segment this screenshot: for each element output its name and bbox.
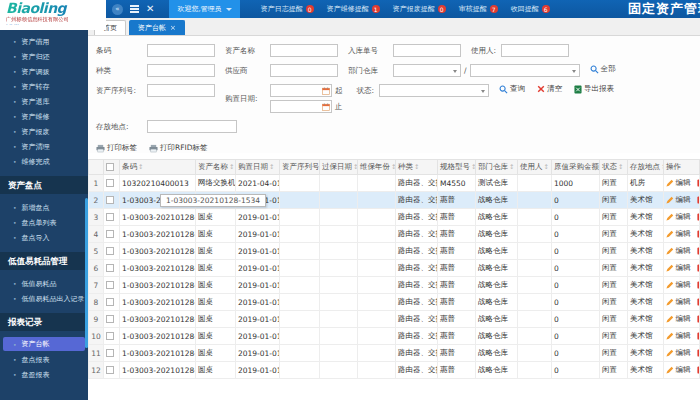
edit-button[interactable]: 编辑 xyxy=(666,263,691,273)
sidebar-item[interactable]: •低值易耗品出入记录 xyxy=(0,291,88,306)
edit-button[interactable]: 编辑 xyxy=(666,331,691,341)
delete-button[interactable]: 删除 xyxy=(697,314,700,324)
close-icon[interactable]: ✕ xyxy=(146,4,154,14)
inbound-no-input[interactable] xyxy=(393,44,461,57)
delete-button[interactable]: 删除 xyxy=(697,348,700,358)
column-header[interactable]: 购置日期↕ xyxy=(236,160,280,175)
column-header[interactable]: 种类↕ xyxy=(396,160,438,175)
table-row[interactable]: 110320210400013网络交换机2021-04-01路由器、交换机M45… xyxy=(89,175,700,192)
edit-button[interactable]: 编辑 xyxy=(666,229,691,239)
row-checkbox[interactable] xyxy=(106,366,114,374)
delete-button[interactable]: 删除 xyxy=(697,229,700,239)
notification-item[interactable]: 收回提醒6 xyxy=(511,4,550,14)
sidebar-item[interactable]: •资产维修 xyxy=(0,109,88,124)
collapse-sidebar-icon[interactable]: « xyxy=(112,4,123,15)
edit-button[interactable]: 编辑 xyxy=(666,314,691,324)
sidebar-item[interactable]: •维修完成 xyxy=(0,154,88,169)
tab-asset-ledger[interactable]: 资产台帐× xyxy=(129,20,185,35)
column-header[interactable]: 使用人↕ xyxy=(518,160,552,175)
sort-icon[interactable]: ↕ xyxy=(353,163,358,171)
sidebar-section-header[interactable]: 资产盘点 xyxy=(0,176,88,194)
table-row[interactable]: 101-03003-20210128-15圆桌2019-01-01路由器、交换机… xyxy=(89,328,700,345)
row-checkbox[interactable] xyxy=(106,247,114,255)
sort-icon[interactable]: ↕ xyxy=(471,163,476,171)
row-checkbox[interactable] xyxy=(106,264,114,272)
column-header[interactable]: 原值采购金额↕ xyxy=(552,160,600,175)
row-checkbox[interactable] xyxy=(106,315,114,323)
table-row[interactable]: 121-03003-20210128-15圆桌2019-01-01路由器、交换机… xyxy=(89,362,700,379)
sort-icon[interactable]: ↕ xyxy=(269,163,274,171)
table-row[interactable]: 111-03003-20210128-15圆桌2019-01-01路由器、交换机… xyxy=(89,345,700,362)
sidebar-section-header[interactable]: 低值易耗品管理 xyxy=(0,252,88,270)
asset-name-input[interactable] xyxy=(270,44,338,57)
delete-button[interactable]: 删除 xyxy=(697,195,700,205)
edit-button[interactable]: 编辑 xyxy=(666,178,691,188)
location-input[interactable] xyxy=(147,120,237,133)
sort-icon[interactable]: ↕ xyxy=(229,163,234,171)
column-header[interactable]: 部门仓库↕ xyxy=(476,160,518,175)
row-checkbox[interactable] xyxy=(106,213,114,221)
delete-button[interactable]: 删除 xyxy=(697,331,700,341)
category-input[interactable] xyxy=(147,64,215,77)
sidebar-item[interactable]: •盘盈报表 xyxy=(0,367,88,382)
sidebar-item[interactable]: •资产报废 xyxy=(0,124,88,139)
delete-button[interactable]: 删除 xyxy=(697,365,700,375)
sidebar-item[interactable]: •盘点单列表 xyxy=(0,215,88,230)
date-to-input[interactable] xyxy=(270,100,332,113)
row-checkbox[interactable] xyxy=(106,196,114,204)
sort-icon[interactable]: ↕ xyxy=(391,163,396,171)
search-all-button[interactable]: 全部 xyxy=(590,64,616,74)
close-icon[interactable]: × xyxy=(170,25,176,32)
edit-button[interactable]: 编辑 xyxy=(666,365,691,375)
edit-button[interactable]: 编辑 xyxy=(666,246,691,256)
barcode-input[interactable] xyxy=(147,44,215,57)
sort-icon[interactable]: ↕ xyxy=(618,163,623,171)
notification-item[interactable]: 审核提醒7 xyxy=(459,4,498,14)
sidebar-item[interactable]: •资产转存 xyxy=(0,79,88,94)
delete-button[interactable]: 删除 xyxy=(697,246,700,256)
sidebar-item[interactable]: •资产清理 xyxy=(0,139,88,154)
row-checkbox[interactable] xyxy=(106,179,114,187)
column-header[interactable]: 规格型号↕ xyxy=(438,160,476,175)
sidebar-item[interactable]: •盘点报表 xyxy=(0,352,88,367)
sidebar-item[interactable]: •资产台帐 xyxy=(3,337,85,351)
sidebar-scrollbar[interactable] xyxy=(85,198,88,348)
delete-button[interactable]: 删除 xyxy=(697,263,700,273)
date-from-input[interactable] xyxy=(270,84,332,97)
row-checkbox[interactable] xyxy=(106,281,114,289)
sidebar-item[interactable]: •资产退库 xyxy=(0,94,88,109)
delete-button[interactable]: 删除 xyxy=(697,280,700,290)
column-header[interactable]: 操作 xyxy=(664,160,700,175)
delete-button[interactable]: 删除 xyxy=(697,212,700,222)
sidebar-item[interactable]: •资产借用 xyxy=(0,34,88,49)
sort-icon[interactable]: ↕ xyxy=(414,163,419,171)
select-all-checkbox[interactable] xyxy=(106,163,114,171)
department-select[interactable] xyxy=(393,64,461,77)
sidebar-item[interactable]: •资产调拨 xyxy=(0,64,88,79)
table-row[interactable]: 61-03003-20210128-15圆桌2019-01-01路由器、交换机惠… xyxy=(89,260,700,277)
sidebar-item[interactable]: •盘点导入 xyxy=(0,230,88,245)
print-label-button[interactable]: 打印标签 xyxy=(96,143,137,153)
sort-icon[interactable]: ↕ xyxy=(138,163,143,171)
table-row[interactable]: 41-03003-20210128-15圆桌2019-01-01路由器、交换机惠… xyxy=(89,226,700,243)
row-checkbox[interactable] xyxy=(106,230,114,238)
sidebar-section-header[interactable]: 报表记录 xyxy=(0,313,88,331)
clear-button[interactable]: 清空 xyxy=(537,84,562,94)
user-input[interactable] xyxy=(501,44,569,57)
table-row[interactable]: 81-03003-20210128-15圆桌2019-01-01路由器、交换机惠… xyxy=(89,294,700,311)
notification-item[interactable]: 资产日志提醒0 xyxy=(261,4,314,14)
column-header[interactable]: 资产名称↕ xyxy=(196,160,236,175)
print-rfid-label-button[interactable]: 打印RFID标签 xyxy=(149,143,208,153)
row-checkbox[interactable] xyxy=(106,349,114,357)
sidebar-item[interactable]: •低值易耗品 xyxy=(0,276,88,291)
sidebar-item[interactable]: •资产归还 xyxy=(0,49,88,64)
supplier-input[interactable] xyxy=(270,64,338,77)
table-row[interactable]: 91-03003-20210128-15圆桌2019-01-01路由器、交换机惠… xyxy=(89,311,700,328)
column-header[interactable]: 过保日期↕ xyxy=(320,160,358,175)
sort-icon[interactable]: ↕ xyxy=(509,163,514,171)
menu-icon[interactable] xyxy=(130,5,139,13)
delete-button[interactable]: 删除 xyxy=(697,178,700,188)
column-header[interactable]: 存放地点↕ xyxy=(628,160,664,175)
edit-button[interactable]: 编辑 xyxy=(666,348,691,358)
serial-input[interactable] xyxy=(147,84,215,97)
